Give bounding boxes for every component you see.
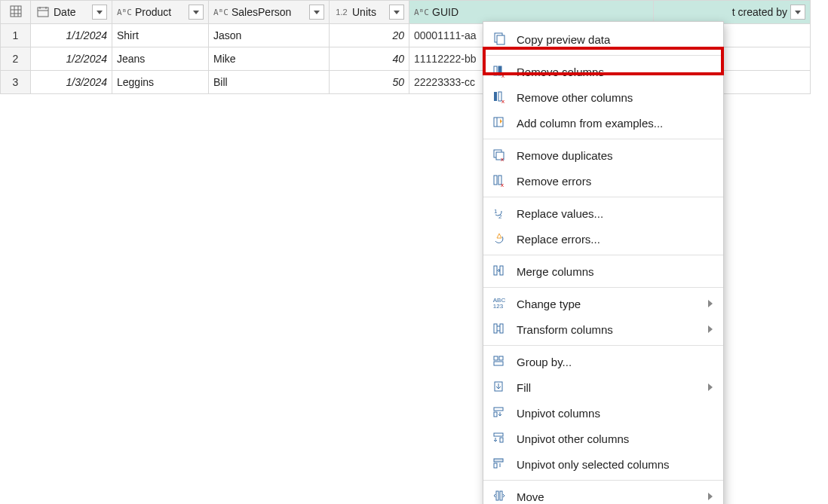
svg-rect-37 bbox=[494, 433, 503, 436]
replace-values-icon: 12 bbox=[491, 205, 508, 221]
menu-fill[interactable]: Fill bbox=[483, 374, 723, 400]
svg-rect-14 bbox=[494, 92, 497, 101]
menu-separator bbox=[483, 287, 723, 288]
text-icon: AᴮC bbox=[117, 5, 132, 20]
cell-salesperson: Mike bbox=[209, 47, 330, 71]
menu-separator bbox=[483, 197, 723, 197]
menu-add-column-from-examples[interactable]: Add column from examples... bbox=[483, 110, 723, 136]
cell-salesperson: Bill bbox=[209, 71, 330, 94]
group-by-icon bbox=[491, 353, 508, 370]
unpivot-selected-icon bbox=[491, 456, 508, 472]
column-filter-button[interactable] bbox=[389, 5, 404, 20]
menu-label: Merge columns bbox=[517, 265, 713, 278]
column-header-created-by[interactable]: t created by bbox=[654, 1, 811, 24]
svg-rect-41 bbox=[496, 491, 498, 500]
change-type-icon: ABC123 bbox=[491, 295, 508, 312]
column-filter-button[interactable] bbox=[189, 5, 204, 20]
svg-rect-39 bbox=[494, 459, 503, 462]
column-header-units[interactable]: 1.2 Units bbox=[330, 1, 409, 24]
menu-remove-errors[interactable]: x Remove errors bbox=[483, 168, 723, 194]
cell-units: 40 bbox=[330, 47, 409, 71]
menu-label: Move bbox=[517, 490, 699, 503]
replace-errors-icon bbox=[491, 231, 508, 247]
menu-remove-other-columns[interactable]: x Remove other columns bbox=[483, 84, 723, 110]
svg-rect-0 bbox=[11, 6, 21, 17]
column-header-guid[interactable]: AᴮC GUID bbox=[409, 1, 654, 24]
menu-replace-errors[interactable]: Replace errors... bbox=[483, 226, 723, 252]
svg-rect-17 bbox=[494, 118, 503, 127]
table-corner[interactable] bbox=[1, 1, 31, 24]
svg-rect-22 bbox=[494, 176, 497, 185]
svg-rect-33 bbox=[494, 362, 503, 365]
date-icon bbox=[35, 5, 51, 20]
menu-merge-columns[interactable]: Merge columns bbox=[483, 258, 723, 284]
column-header-date[interactable]: Date bbox=[31, 1, 112, 24]
row-number: 3 bbox=[1, 71, 31, 94]
submenu-arrow-icon bbox=[708, 300, 713, 307]
menu-label: Unpivot other columns bbox=[517, 432, 713, 445]
svg-text:x: x bbox=[501, 156, 504, 162]
text-icon: AᴮC bbox=[414, 5, 429, 20]
menu-label: Transform columns bbox=[517, 323, 699, 336]
svg-rect-5 bbox=[38, 8, 48, 17]
column-header-salesperson[interactable]: AᴮC SalesPerson bbox=[209, 1, 330, 24]
svg-rect-40 bbox=[494, 463, 497, 468]
menu-unpivot-other-columns[interactable]: Unpivot other columns bbox=[483, 426, 723, 451]
svg-rect-10 bbox=[497, 35, 504, 44]
menu-label: Change type bbox=[517, 298, 699, 310]
column-label: GUID bbox=[432, 6, 630, 18]
cell-date: 1/3/2024 bbox=[31, 71, 112, 94]
cell-units: 20 bbox=[330, 24, 409, 47]
cell-date: 1/2/2024 bbox=[31, 47, 112, 71]
svg-text:x: x bbox=[501, 182, 504, 188]
menu-transform-columns[interactable]: Transform columns bbox=[483, 316, 723, 342]
svg-rect-38 bbox=[500, 438, 503, 442]
transform-columns-icon bbox=[491, 321, 508, 338]
menu-label: Group by... bbox=[517, 356, 713, 368]
remove-other-columns-icon: x bbox=[491, 89, 508, 105]
add-column-icon bbox=[491, 115, 508, 131]
menu-separator bbox=[483, 480, 723, 481]
column-label: Date bbox=[54, 6, 89, 18]
menu-label: Add column from examples... bbox=[517, 117, 713, 130]
svg-rect-30 bbox=[500, 324, 503, 333]
context-menu: Copy preview data x Remove columns x Rem… bbox=[483, 21, 724, 504]
svg-rect-11 bbox=[494, 66, 497, 75]
remove-duplicates-icon: x bbox=[491, 147, 508, 163]
row-number: 2 bbox=[1, 47, 31, 71]
menu-remove-duplicates[interactable]: x Remove duplicates bbox=[483, 142, 723, 168]
column-filter-button[interactable] bbox=[790, 5, 805, 20]
menu-separator bbox=[483, 255, 723, 255]
menu-move[interactable]: Move bbox=[483, 484, 723, 504]
column-filter-button[interactable] bbox=[309, 5, 324, 20]
svg-rect-35 bbox=[494, 408, 503, 411]
remove-columns-icon: x bbox=[491, 63, 508, 80]
menu-remove-columns[interactable]: x Remove columns bbox=[483, 59, 723, 84]
menu-copy-preview[interactable]: Copy preview data bbox=[483, 26, 723, 52]
text-icon: AᴮC bbox=[213, 5, 228, 20]
column-filter-button[interactable] bbox=[92, 5, 107, 20]
svg-rect-42 bbox=[500, 491, 502, 500]
remove-errors-icon: x bbox=[491, 173, 508, 189]
svg-text:x: x bbox=[501, 98, 504, 104]
menu-group-by[interactable]: Group by... bbox=[483, 349, 723, 374]
merge-columns-icon bbox=[491, 263, 508, 279]
fill-icon bbox=[491, 379, 508, 396]
menu-separator bbox=[483, 345, 723, 346]
menu-label: Copy preview data bbox=[517, 33, 713, 46]
move-icon bbox=[491, 488, 508, 504]
menu-unpivot-selected-columns[interactable]: Unpivot only selected columns bbox=[483, 451, 723, 477]
column-label: SalesPerson bbox=[232, 6, 306, 18]
svg-text:x: x bbox=[501, 72, 504, 78]
column-header-product[interactable]: AᴮC Product bbox=[112, 1, 209, 24]
submenu-arrow-icon bbox=[708, 383, 713, 391]
menu-label: Replace errors... bbox=[517, 233, 713, 246]
cell-product: Shirt bbox=[112, 24, 209, 47]
copy-icon bbox=[491, 31, 508, 47]
menu-change-type[interactable]: ABC123 Change type bbox=[483, 291, 723, 316]
svg-rect-32 bbox=[499, 356, 503, 360]
menu-label: Unpivot columns bbox=[517, 407, 713, 420]
submenu-arrow-icon bbox=[708, 325, 713, 333]
menu-unpivot-columns[interactable]: Unpivot columns bbox=[483, 400, 723, 426]
menu-replace-values[interactable]: 12 Replace values... bbox=[483, 200, 723, 226]
